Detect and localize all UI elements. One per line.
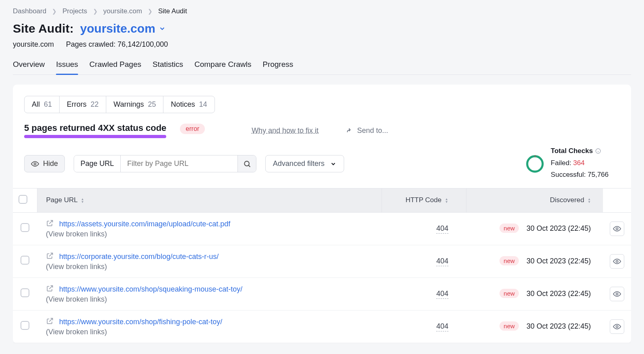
seg-all-count: 61: [44, 100, 52, 109]
new-badge: new: [500, 256, 519, 265]
col-discovered-label: Discovered: [550, 196, 584, 204]
select-all-checkbox[interactable]: [19, 195, 27, 204]
seg-notices-label: Notices: [171, 100, 195, 109]
issue-title: 5 pages returned 4XX status code: [24, 123, 166, 133]
breadcrumb-dashboard[interactable]: Dashboard: [13, 7, 46, 15]
advanced-filters-button[interactable]: Advanced filters: [265, 155, 344, 172]
http-code-value: 404: [436, 257, 448, 266]
view-row-button[interactable]: [610, 319, 624, 334]
failed-value: 364: [573, 159, 584, 167]
progress-ring-icon: [526, 155, 544, 173]
view-row-button[interactable]: [610, 254, 624, 269]
domain-selector[interactable]: yoursite.com: [80, 22, 166, 35]
svg-point-3: [527, 156, 543, 172]
search-icon: [243, 160, 251, 168]
view-broken-links[interactable]: (View broken links): [46, 295, 107, 304]
table-row: https://corporate.yoursite.com/blog/cute…: [13, 245, 631, 277]
eye-icon: [613, 323, 621, 331]
seg-all[interactable]: All 61: [25, 96, 60, 113]
new-badge: new: [500, 224, 519, 233]
col-page-url-label: Page URL: [46, 196, 78, 204]
view-broken-links[interactable]: (View broken links): [46, 230, 107, 238]
svg-point-1: [244, 161, 249, 166]
page-url-link[interactable]: https://www.yoursite.com/shop/fishing-po…: [59, 318, 222, 326]
table-row: https://www.yoursite.com/shop/squeaking-…: [13, 277, 631, 310]
tab-crawled-pages[interactable]: Crawled Pages: [89, 60, 141, 75]
sub-domain: yoursite.com: [13, 40, 54, 49]
info-icon[interactable]: [595, 148, 601, 154]
seg-errors[interactable]: Errors 22: [60, 96, 106, 113]
seg-warnings-count: 25: [148, 100, 156, 109]
external-link-icon[interactable]: [46, 219, 54, 227]
view-broken-links[interactable]: (View broken links): [46, 263, 107, 271]
view-broken-links[interactable]: (View broken links): [46, 328, 107, 336]
breadcrumb-projects[interactable]: Projects: [62, 7, 87, 15]
page-url-link[interactable]: https://corporate.yoursite.com/blog/cute…: [59, 253, 219, 261]
total-checks: Total Checks Failed: 364 Successful: 75,…: [526, 147, 620, 181]
http-code-value: 404: [436, 322, 448, 331]
table-row: https://www.yoursite.com/shop/fishing-po…: [13, 310, 631, 343]
hide-button-label: Hide: [43, 159, 58, 168]
row-checkbox[interactable]: [21, 288, 29, 297]
discovered-date: 30 Oct 2023 (22:45): [526, 224, 591, 232]
table-body: https://assets.yoursite.com/image/upload…: [13, 212, 631, 343]
view-row-button[interactable]: [610, 287, 624, 301]
hide-button[interactable]: Hide: [24, 155, 65, 172]
row-checkbox[interactable]: [21, 321, 29, 330]
col-http-code-label: HTTP Code: [405, 196, 441, 204]
tab-overview[interactable]: Overview: [13, 60, 45, 75]
tab-progress[interactable]: Progress: [262, 60, 293, 75]
seg-notices[interactable]: Notices 14: [163, 96, 214, 113]
seg-all-label: All: [32, 100, 40, 109]
send-to-button[interactable]: Send to...: [345, 126, 388, 135]
svg-line-2: [248, 165, 250, 167]
seg-warnings[interactable]: Warnings 25: [106, 96, 163, 113]
breadcrumb: Dashboard ❯ Projects ❯ yoursite.com ❯ Si…: [13, 0, 631, 19]
search-button[interactable]: [237, 155, 256, 172]
url-filter-input[interactable]: [121, 155, 237, 172]
url-filter-type[interactable]: Page URL: [74, 155, 121, 172]
view-row-button[interactable]: [610, 222, 624, 236]
discovered-date: 30 Oct 2023 (22:45): [526, 290, 591, 298]
tab-statistics[interactable]: Statistics: [153, 60, 183, 75]
issue-title-wrap: 5 pages returned 4XX status code: [24, 123, 166, 138]
sub-info-row: yoursite.com Pages crawled: 76,142/100,0…: [13, 40, 631, 49]
table-header: Page URL ▲▼ HTTP Code ▲▼ Discovered ▲▼: [13, 188, 631, 212]
toolbar: Hide Page URL Advanced filters Total Che…: [13, 138, 631, 188]
tab-compare-crawls[interactable]: Compare Crawls: [194, 60, 251, 75]
row-checkbox[interactable]: [21, 256, 29, 265]
discovered-date: 30 Oct 2023 (22:45): [526, 257, 591, 265]
failed-label: Failed:: [551, 159, 573, 167]
breadcrumb-domain[interactable]: yoursite.com: [103, 7, 142, 15]
page-title: Site Audit:: [13, 22, 74, 35]
col-page-url[interactable]: Page URL ▲▼: [37, 188, 382, 212]
why-how-fix-link[interactable]: Why and how to fix it: [252, 126, 318, 135]
sort-arrows-icon: ▲▼: [81, 198, 84, 203]
external-link-icon[interactable]: [46, 284, 54, 292]
col-http-code[interactable]: HTTP Code ▲▼: [382, 188, 466, 212]
page-url-link[interactable]: https://assets.yoursite.com/image/upload…: [59, 220, 230, 228]
success-label: Successful:: [551, 171, 588, 178]
total-checks-label: Total Checks: [551, 147, 593, 155]
external-link-icon[interactable]: [46, 252, 54, 260]
tab-issues[interactable]: Issues: [56, 60, 78, 75]
issues-table: Page URL ▲▼ HTTP Code ▲▼ Discovered ▲▼ h…: [13, 188, 631, 343]
http-code-value: 404: [436, 290, 448, 299]
page-title-row: Site Audit: yoursite.com: [13, 22, 631, 35]
table-row: https://assets.yoursite.com/image/upload…: [13, 212, 631, 245]
issues-card: All 61 Errors 22 Warnings 25 Notices 14 …: [13, 85, 631, 343]
page-url-link[interactable]: https://www.yoursite.com/shop/squeaking-…: [59, 285, 242, 293]
svg-point-0: [34, 163, 36, 165]
row-checkbox[interactable]: [21, 223, 29, 232]
issue-header: 5 pages returned 4XX status code error W…: [13, 123, 631, 138]
eye-icon: [613, 225, 621, 233]
col-discovered[interactable]: Discovered ▲▼: [466, 188, 603, 212]
sort-arrows-icon: ▲▼: [445, 198, 448, 203]
svg-point-10: [616, 293, 618, 295]
http-code-value: 404: [436, 224, 448, 234]
nav-tabs: Overview Issues Crawled Pages Statistics…: [13, 60, 631, 75]
external-link-icon[interactable]: [46, 317, 54, 325]
issue-type-filter: All 61 Errors 22 Warnings 25 Notices 14: [24, 96, 215, 113]
eye-icon: [31, 160, 39, 168]
chevron-down-icon: [330, 161, 336, 167]
